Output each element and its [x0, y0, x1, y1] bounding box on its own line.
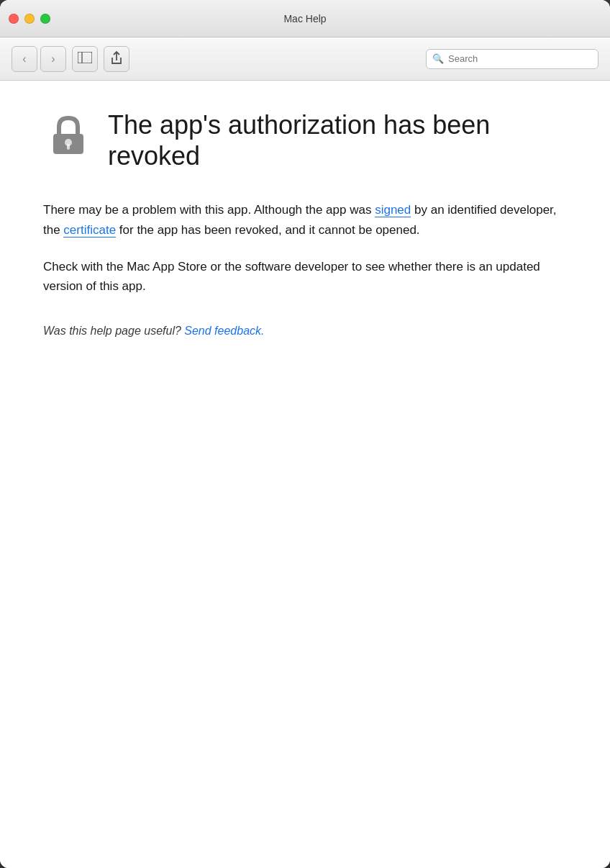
- paragraph-2: Check with the Mac App Store or the soft…: [43, 257, 567, 296]
- article-title: The app's authorization has been revoked: [108, 109, 567, 171]
- svg-rect-0: [78, 52, 92, 63]
- sidebar-toggle-button[interactable]: [72, 46, 98, 72]
- traffic-lights: [9, 14, 50, 24]
- send-feedback-link[interactable]: Send feedback.: [184, 325, 264, 337]
- search-icon: 🔍: [432, 53, 444, 64]
- signed-link[interactable]: signed: [375, 203, 411, 217]
- content-area: The app's authorization has been revoked…: [0, 81, 610, 868]
- article-body: There may be a problem with this app. Al…: [43, 200, 567, 296]
- feedback-section: Was this help page useful? Send feedback…: [43, 325, 567, 338]
- window-title: Mac Help: [283, 13, 326, 24]
- para1-after: for the app has been revoked, and it can…: [116, 223, 420, 237]
- forward-icon: ›: [51, 53, 55, 65]
- close-button[interactable]: [9, 14, 19, 24]
- maximize-button[interactable]: [40, 14, 50, 24]
- forward-button[interactable]: ›: [40, 46, 66, 72]
- sidebar-icon: [78, 52, 92, 66]
- back-button[interactable]: ‹: [12, 46, 37, 72]
- share-button[interactable]: [104, 46, 129, 72]
- share-icon: [111, 50, 122, 68]
- titlebar: Mac Help: [0, 0, 610, 37]
- mac-help-window: Mac Help ‹ ›: [0, 0, 610, 868]
- search-input[interactable]: [448, 53, 592, 64]
- toolbar: ‹ › 🔍: [0, 37, 610, 81]
- svg-rect-5: [67, 144, 70, 150]
- search-box[interactable]: 🔍: [426, 49, 598, 69]
- nav-buttons: ‹ ›: [12, 46, 66, 72]
- certificate-link[interactable]: certificate: [63, 223, 116, 238]
- feedback-static-text: Was this help page useful?: [43, 325, 181, 337]
- para1-before-signed: There may be a problem with this app. Al…: [43, 203, 375, 217]
- minimize-button[interactable]: [24, 14, 35, 24]
- paragraph-1: There may be a problem with this app. Al…: [43, 200, 567, 239]
- article-header: The app's authorization has been revoked: [43, 109, 567, 171]
- article-icon: [43, 109, 94, 160]
- back-icon: ‹: [22, 53, 26, 65]
